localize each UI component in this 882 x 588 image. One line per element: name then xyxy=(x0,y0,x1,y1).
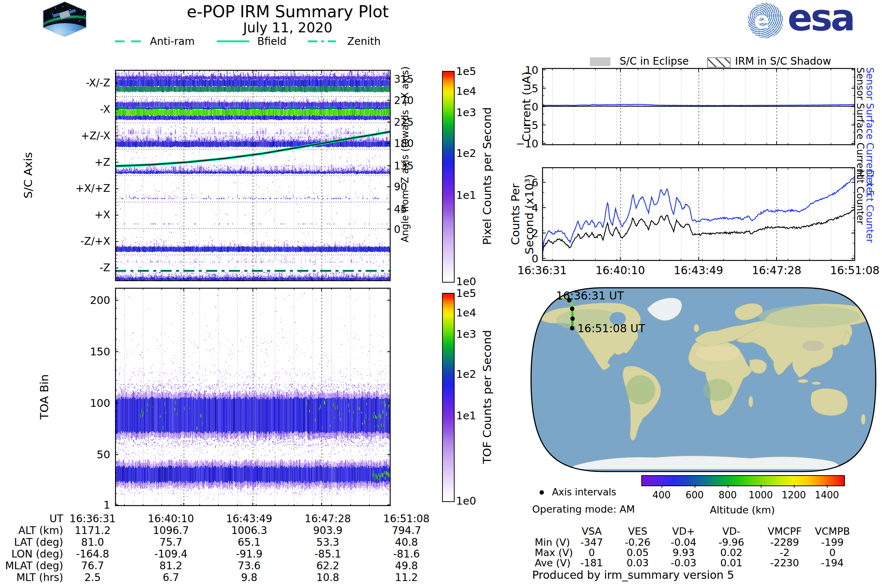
voltage-cell: 0.01 xyxy=(706,557,757,568)
voltage-cell: 0.02 xyxy=(706,547,757,558)
pixel-colorbar-tick-label: 1e1 xyxy=(456,189,476,201)
time-tick-label: 16:40:10 xyxy=(587,264,653,277)
tof-colorbar-tick-label: 1e0 xyxy=(456,495,476,507)
indonesia-2 xyxy=(812,382,820,385)
tof-colorbar-tick-label: 1e4 xyxy=(456,306,476,319)
page-root: CASSIOPE e-POP IRM Summary Plot July 11,… xyxy=(0,0,882,588)
eclipse-legend-label: S/C in Eclipse xyxy=(620,55,689,67)
track-dot xyxy=(570,326,574,330)
time-tick-label: 16:36:31 xyxy=(509,264,575,277)
toa-tick-label: 1 xyxy=(55,499,110,511)
altitude-tick xyxy=(662,485,662,488)
axis-intervals-label: Axis intervals xyxy=(552,487,616,498)
spec1-row-label: -X/-Z xyxy=(52,77,110,89)
time-tick-label: 16:43:49 xyxy=(666,264,732,277)
ephemeris-cell: 9.8 xyxy=(211,572,288,584)
ephemeris-cell: -91.9 xyxy=(211,548,288,560)
voltage-cell: -2289 xyxy=(759,537,810,548)
page-title: e-POP IRM Summary Plot xyxy=(104,2,471,21)
voltage-cell: 0 xyxy=(807,547,858,558)
tof-colorbar-tick-label: 1e3 xyxy=(456,328,476,340)
esa-globe-e: e xyxy=(754,7,770,34)
ephemeris-cell: -81.6 xyxy=(368,548,445,560)
esa-wordmark: esa xyxy=(788,0,854,39)
indonesia-1 xyxy=(798,379,808,383)
voltage-header: VMCPF xyxy=(759,525,810,537)
spec1-row-label: +X xyxy=(52,209,110,221)
counts-right-label-blue: Detect Counter xyxy=(864,170,875,243)
voltage-cell: 0.03 xyxy=(612,557,663,568)
tof-colorbar-tick-label: 1e1 xyxy=(456,410,476,422)
altitude-tick xyxy=(827,485,828,488)
ephemeris-cell: 81.0 xyxy=(54,536,131,548)
spec1-row-label: +Z/-X xyxy=(52,130,110,142)
voltage-cell: -194 xyxy=(807,557,858,568)
sc-axis-spectrogram xyxy=(115,70,391,281)
altitude-tick xyxy=(728,485,728,488)
pixel-colorbar-tick-label: 1e0 xyxy=(456,275,476,288)
australia xyxy=(811,388,848,416)
current-ytick-label: −10 xyxy=(509,138,538,150)
toa-tick-label: 100 xyxy=(55,397,110,410)
counts-chart xyxy=(542,167,855,261)
current-ytick-label: 0 xyxy=(509,101,538,113)
toa-tick-label: 200 xyxy=(55,294,110,306)
track-dot xyxy=(550,293,555,297)
toa-tick-label: 50 xyxy=(55,448,110,461)
ephemeris-cell: 1006.3 xyxy=(211,524,288,537)
voltage-row-label: Min (V) xyxy=(535,537,570,548)
footer-note: Produced by irm_summary version 5 xyxy=(532,568,734,581)
altitude-tick-label: 400 xyxy=(643,489,680,501)
cassiope-logo: CASSIOPE xyxy=(42,1,87,38)
ephemeris-cell: 1171.2 xyxy=(54,524,131,537)
ephemeris-cell: 10.8 xyxy=(289,572,366,584)
map-content xyxy=(530,287,876,472)
angle-tick-label: 180 xyxy=(394,138,413,150)
ephemeris-cell: 49.8 xyxy=(368,560,445,572)
ephemeris-cell: 16:51:08 xyxy=(368,513,445,525)
madagascar xyxy=(748,396,753,407)
voltage-cell: -0.04 xyxy=(658,537,709,548)
counts-ytick-label: 2 xyxy=(509,227,538,240)
altitude-tick-label: 1200 xyxy=(776,489,812,501)
shadow-legend-label: IRM in S/C Shadow xyxy=(735,55,831,67)
time-tick-label: 16:47:28 xyxy=(744,264,810,277)
ephemeris-cell: 16:43:49 xyxy=(211,513,288,525)
ephemeris-cell: -164.8 xyxy=(54,548,131,560)
voltage-cell: -199 xyxy=(807,537,858,548)
angle-tick-label: 315 xyxy=(394,73,413,85)
angle-tick-label: 0 xyxy=(394,224,400,236)
pixel-colorbar-tick-label: 1e5 xyxy=(456,65,476,78)
angle-tick-label: 135 xyxy=(394,160,413,172)
zenith-legend-line xyxy=(308,40,336,42)
altitude-tick xyxy=(794,485,795,488)
altitude-colorbar xyxy=(641,475,845,486)
voltage-cell: -347 xyxy=(566,537,617,548)
current-ytick-label: 10 xyxy=(509,64,538,76)
voltage-cell: 0 xyxy=(566,547,617,558)
current-right-label-black: Sensor Surface Current xyxy=(855,67,866,178)
satellite-panel-icon xyxy=(52,12,60,17)
ephemeris-cell: 11.2 xyxy=(368,572,445,584)
tof-colorbar xyxy=(442,293,454,502)
counts-ytick-label: 0 xyxy=(509,252,538,265)
pixel-colorbar-title: Pixel Counts per Second xyxy=(480,107,494,245)
antiram-legend-label: Anti-ram xyxy=(150,35,195,47)
pixel-colorbar-tick-label: 1e2 xyxy=(456,147,476,159)
spec2-ylabel: TOA Bin xyxy=(38,374,51,419)
ephemeris-cell: 65.1 xyxy=(211,536,288,548)
time-tick-label: 16:51:08 xyxy=(822,264,882,277)
tof-colorbar-title: TOF Counts per Second xyxy=(480,330,494,464)
ephemeris-cell: 40.8 xyxy=(368,536,445,548)
angle-axis-label: Angle from -Z axis (towards +X axis) xyxy=(399,66,411,243)
spec1-row-label: +Z xyxy=(52,156,110,168)
voltage-header: VD- xyxy=(706,525,757,537)
altitude-tick-label: 1400 xyxy=(808,489,845,501)
altitude-colorbar-title: Altitude (km) xyxy=(687,504,798,516)
voltage-header: VES xyxy=(612,525,663,537)
voltage-cell: -2230 xyxy=(759,557,810,568)
ephemeris-cell: 2.5 xyxy=(54,572,131,584)
angle-tick-label: 45 xyxy=(394,203,407,215)
altitude-tick-label: 600 xyxy=(676,489,713,501)
voltage-cell: 9.93 xyxy=(658,547,709,558)
